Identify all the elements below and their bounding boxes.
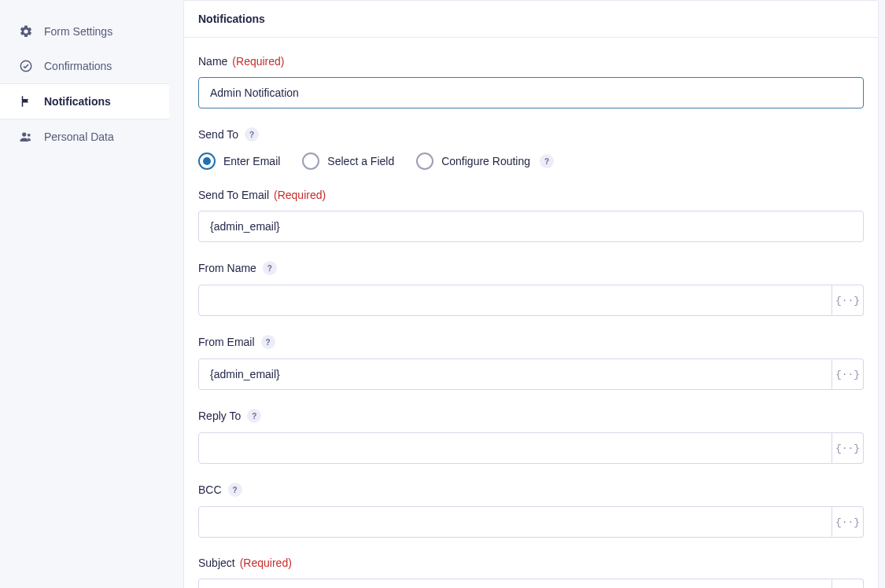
sidebar-item-notifications[interactable]: Notifications: [0, 83, 169, 119]
sidebar-item-form-settings[interactable]: Form Settings: [0, 14, 169, 49]
help-icon[interactable]: ?: [247, 409, 261, 423]
sidebar-label: Personal Data: [44, 130, 114, 143]
radio-circle: [198, 153, 216, 170]
merge-tag-button[interactable]: {··}: [832, 285, 864, 316]
radio-configure-routing[interactable]: Configure Routing ?: [416, 153, 554, 170]
field-label: BCC ?: [198, 483, 864, 497]
required-indicator: (Required): [274, 189, 326, 201]
settings-sidebar: Form Settings Confirmations Notification…: [0, 0, 169, 588]
field-send-to: Send To ? Enter Email Select a Field Con…: [198, 127, 864, 170]
main-content: Notifications Name (Required) Send To ?: [169, 0, 885, 588]
panel-title: Notifications: [198, 13, 864, 25]
name-input[interactable]: [198, 77, 864, 108]
required-indicator: (Required): [232, 55, 284, 68]
flag-icon: [19, 94, 33, 108]
field-name: Name (Required): [198, 55, 864, 108]
field-send-to-email: Send To Email (Required): [198, 189, 864, 242]
sidebar-label: Form Settings: [44, 25, 112, 38]
help-icon[interactable]: ?: [540, 154, 554, 168]
radio-enter-email[interactable]: Enter Email: [198, 153, 280, 170]
help-icon[interactable]: ?: [228, 483, 242, 497]
svg-point-1: [22, 132, 26, 136]
reply-to-input[interactable]: [198, 432, 832, 464]
panel-body: Name (Required) Send To ? Enter Email: [184, 38, 878, 588]
field-label: Send To Email (Required): [198, 189, 864, 201]
field-label: Subject (Required): [198, 557, 864, 569]
field-label: Name (Required): [198, 55, 864, 68]
svg-point-0: [20, 61, 31, 72]
field-label: From Name ?: [198, 261, 864, 275]
field-from-name: From Name ? {··}: [198, 261, 864, 316]
notifications-panel: Notifications Name (Required) Send To ?: [183, 0, 879, 588]
field-label: Send To ?: [198, 127, 864, 141]
svg-point-2: [28, 134, 31, 137]
panel-header: Notifications: [184, 1, 878, 38]
field-bcc: BCC ? {··}: [198, 483, 864, 538]
send-to-radio-group: Enter Email Select a Field Configure Rou…: [198, 153, 864, 170]
merge-tag-button[interactable]: {··}: [832, 358, 864, 390]
send-to-email-input[interactable]: [198, 211, 864, 242]
radio-circle: [302, 153, 319, 170]
field-label: From Email ?: [198, 335, 864, 349]
required-indicator: (Required): [240, 557, 292, 569]
help-icon[interactable]: ?: [261, 335, 275, 349]
users-icon: [19, 130, 33, 144]
radio-select-field[interactable]: Select a Field: [302, 153, 394, 170]
help-icon[interactable]: ?: [245, 127, 259, 141]
radio-circle: [416, 153, 433, 170]
from-name-input[interactable]: [198, 285, 832, 316]
from-email-input[interactable]: [198, 358, 832, 390]
field-from-email: From Email ? {··}: [198, 335, 864, 390]
field-reply-to: Reply To ? {··}: [198, 409, 864, 464]
merge-tag-button[interactable]: {··}: [832, 506, 864, 538]
merge-tag-button[interactable]: {··}: [832, 579, 864, 588]
gear-icon: [19, 24, 33, 39]
check-circle-icon: [19, 59, 33, 73]
field-subject: Subject (Required) {··}: [198, 557, 864, 588]
merge-tag-button[interactable]: {··}: [832, 432, 864, 464]
sidebar-label: Confirmations: [44, 60, 112, 72]
sidebar-item-personal-data[interactable]: Personal Data: [0, 119, 169, 154]
subject-input[interactable]: [198, 579, 832, 588]
sidebar-item-confirmations[interactable]: Confirmations: [0, 49, 169, 83]
sidebar-label: Notifications: [44, 95, 111, 108]
bcc-input[interactable]: [198, 506, 832, 538]
help-icon[interactable]: ?: [263, 261, 277, 275]
field-label: Reply To ?: [198, 409, 864, 423]
